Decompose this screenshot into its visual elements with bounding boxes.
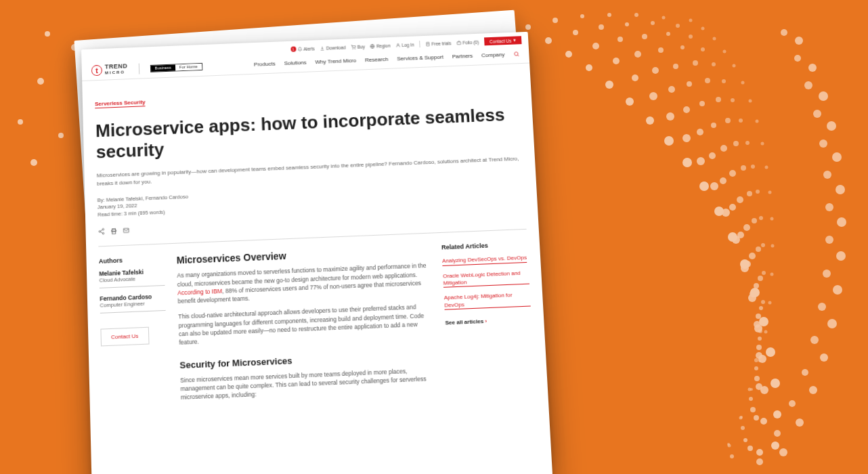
nav-products[interactable]: Products — [254, 60, 276, 67]
chevron-down-icon: ▾ — [513, 38, 516, 43]
author-card: Melanie Tafelski Cloud Advocate — [99, 268, 165, 289]
related-link[interactable]: Apache Log4j: Mitigation for DevOps — [444, 291, 531, 310]
breadcrumb[interactable]: Serverless Security — [95, 99, 146, 108]
page-title: Microservice apps: how to incorporate se… — [95, 104, 522, 163]
svg-point-7 — [545, 37, 552, 44]
svg-point-34 — [710, 182, 718, 190]
inline-link[interactable]: According to IBM — [177, 288, 222, 297]
svg-point-162 — [825, 203, 833, 211]
svg-point-142 — [795, 37, 803, 45]
svg-point-125 — [723, 50, 726, 53]
svg-point-39 — [754, 324, 762, 332]
segment-business[interactable]: Business — [150, 64, 175, 71]
svg-point-123 — [701, 27, 705, 30]
buy-label: Buy — [357, 44, 365, 49]
chevron-right-icon: › — [485, 318, 487, 324]
region-link[interactable]: Region — [370, 43, 391, 48]
freetrials-link[interactable]: Free trials — [425, 41, 451, 46]
search-icon[interactable] — [513, 51, 519, 57]
svg-point-164 — [823, 270, 831, 278]
svg-point-57 — [750, 290, 756, 297]
svg-point-69 — [699, 101, 705, 106]
segment-home[interactable]: For Home — [175, 63, 202, 70]
svg-point-9 — [586, 64, 592, 71]
svg-point-71 — [720, 145, 727, 152]
svg-point-79 — [754, 376, 760, 381]
svg-point-45 — [599, 24, 604, 30]
svg-point-129 — [756, 120, 759, 123]
svg-point-17 — [728, 232, 737, 242]
contact-us-button-sidebar[interactable]: Contact Us — [100, 327, 149, 347]
svg-point-153 — [809, 386, 817, 394]
paragraph: Since microservices mean more services b… — [180, 366, 436, 402]
cart-icon — [351, 44, 356, 49]
svg-point-56 — [744, 261, 751, 267]
audience-segment[interactable]: Business For Home — [150, 62, 202, 72]
related-link[interactable]: Oracle WebLogic Detection and Mitigation — [443, 270, 529, 288]
svg-point-58 — [754, 321, 760, 328]
svg-point-109 — [739, 118, 743, 123]
svg-point-154 — [796, 418, 804, 427]
login-link[interactable]: Log In — [395, 42, 414, 47]
svg-point-93 — [752, 218, 757, 223]
svg-point-110 — [745, 141, 750, 145]
svg-point-37 — [741, 264, 749, 272]
svg-point-101 — [730, 454, 734, 458]
nav-why[interactable]: Why Trend Micro — [315, 57, 356, 64]
svg-point-4 — [30, 159, 37, 166]
svg-point-159 — [813, 110, 821, 118]
document-icon — [425, 41, 430, 46]
svg-point-2 — [37, 78, 44, 85]
svg-point-174 — [397, 43, 399, 45]
svg-point-104 — [689, 35, 693, 39]
svg-point-148 — [837, 217, 846, 227]
svg-point-113 — [759, 216, 763, 220]
related-link[interactable]: Analyzing DevSecOps vs. DevOps — [442, 255, 527, 266]
svg-point-99 — [749, 397, 753, 401]
article-page: 1 Alerts Download Buy Region — [81, 32, 556, 474]
svg-point-134 — [771, 244, 775, 248]
nav-solutions[interactable]: Solutions — [284, 59, 306, 66]
svg-point-66 — [658, 47, 664, 53]
svg-point-126 — [733, 64, 736, 68]
download-link[interactable]: Download — [320, 45, 346, 50]
nav-services[interactable]: Services & Support — [397, 53, 443, 62]
svg-point-51 — [697, 129, 703, 135]
svg-point-20 — [759, 317, 768, 326]
svg-point-127 — [741, 81, 745, 85]
paragraph: This cloud-native architectural approach… — [178, 303, 433, 347]
nav-partners[interactable]: Partners — [452, 52, 473, 59]
svg-point-119 — [748, 388, 752, 391]
mail-icon[interactable] — [123, 227, 129, 234]
svg-point-95 — [758, 276, 763, 281]
svg-point-30 — [649, 92, 657, 100]
brand-logo[interactable]: TRENDMICRO — [91, 64, 128, 76]
alerts-label: Alerts — [303, 46, 315, 51]
svg-point-72 — [729, 170, 736, 177]
svg-point-77 — [756, 314, 761, 319]
nav-company[interactable]: Company — [481, 51, 505, 58]
alerts-link[interactable]: 1 Alerts — [290, 45, 315, 51]
svg-point-27 — [592, 43, 599, 49]
folio-link[interactable]: Folio (0) — [456, 39, 479, 45]
see-all-link[interactable]: See all articles › — [445, 316, 531, 326]
svg-point-137 — [764, 330, 768, 334]
buy-link[interactable]: Buy — [351, 44, 365, 49]
globe-icon — [370, 43, 375, 48]
svg-point-59 — [756, 352, 762, 359]
svg-point-128 — [749, 100, 752, 103]
print-icon[interactable] — [110, 228, 117, 235]
share-icon[interactable] — [98, 228, 105, 236]
svg-point-90 — [733, 141, 739, 146]
svg-point-86 — [693, 60, 698, 66]
contact-us-button[interactable]: Contact Us ▾ — [484, 36, 522, 45]
svg-point-177 — [515, 51, 519, 55]
svg-point-42 — [760, 418, 767, 425]
svg-point-100 — [741, 426, 745, 430]
alert-badge: 1 — [290, 46, 296, 51]
nav-research[interactable]: Research — [365, 56, 389, 62]
svg-point-75 — [749, 253, 756, 259]
svg-point-144 — [819, 91, 828, 101]
svg-point-54 — [729, 204, 736, 211]
divider — [138, 64, 139, 74]
